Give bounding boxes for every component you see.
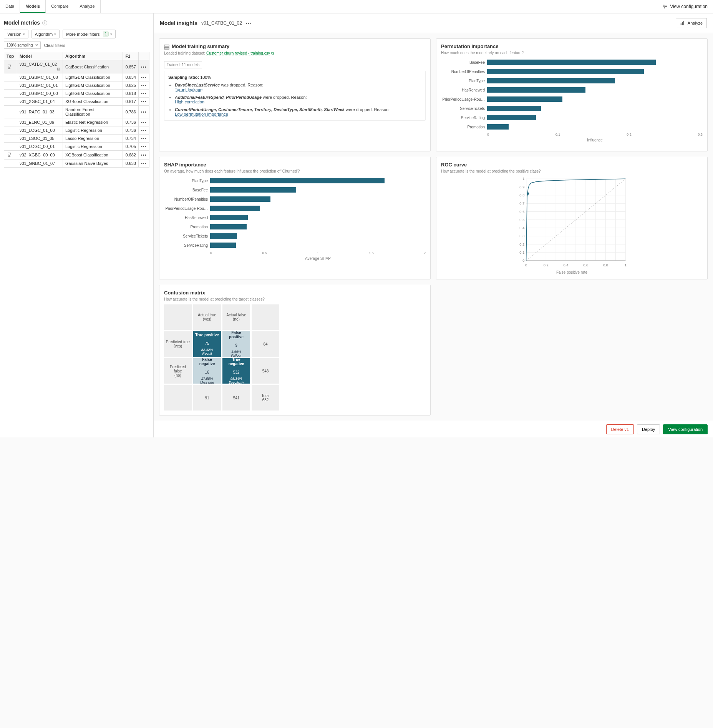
- version-filter[interactable]: Version▾: [4, 30, 28, 38]
- col-actions[interactable]: [139, 52, 149, 60]
- f1-cell: 0.834: [123, 73, 139, 81]
- cm-cell: True positive7582.42%Recall: [193, 331, 221, 357]
- reason-link[interactable]: Low permutation importance: [175, 112, 228, 116]
- svg-text:0.2: 0.2: [544, 263, 549, 267]
- cm-cell: 91: [193, 385, 221, 411]
- bar-label: BaseFee: [441, 60, 487, 65]
- svg-text:0.6: 0.6: [519, 209, 524, 214]
- svg-text:0.4: 0.4: [519, 226, 524, 230]
- bar-label: Promotion: [441, 125, 487, 129]
- table-row[interactable]: v01_LOGC_00_01Logistic Regression0.705••…: [4, 143, 149, 151]
- sparkle-icon: ✦: [168, 83, 172, 92]
- algo-cell: XGBoost Classification: [63, 151, 123, 160]
- bar-label: NumberOfPenalties: [441, 70, 487, 74]
- sampling-chip[interactable]: 100% sampling✕: [4, 42, 41, 49]
- row-more-icon[interactable]: •••: [141, 99, 147, 104]
- svg-text:0.9: 0.9: [519, 185, 524, 189]
- svg-point-1: [665, 6, 667, 7]
- view-configuration-label: View configuration: [670, 4, 708, 9]
- bar-fill: [210, 233, 237, 239]
- view-configuration-button[interactable]: View configuration: [663, 424, 708, 434]
- more-filters[interactable]: More model filters1▾: [63, 30, 116, 38]
- f1-cell: 0.818: [123, 90, 139, 98]
- tab-compare[interactable]: Compare: [46, 0, 74, 13]
- tab-models[interactable]: Models: [20, 0, 46, 13]
- cm-cell: Predicted false(no): [164, 358, 192, 384]
- confusion-matrix: Actual true(yes)Actual false(no)Predicte…: [164, 304, 426, 411]
- svg-text:0.2: 0.2: [519, 242, 524, 246]
- top-cell: [4, 143, 17, 151]
- delete-button[interactable]: Delete v1: [606, 424, 634, 434]
- more-icon[interactable]: •••: [246, 21, 252, 25]
- row-more-icon[interactable]: •••: [141, 91, 147, 96]
- model-cell: v01_RAFC_01_03: [17, 106, 63, 118]
- table-row[interactable]: v01_GNBC_01_07Gaussian Naive Bayes0.633•…: [4, 160, 149, 168]
- external-link-icon[interactable]: ⧉: [271, 51, 274, 55]
- algo-cell: LightGBM Classification: [63, 90, 123, 98]
- tab-analyze[interactable]: Analyze: [74, 0, 100, 13]
- row-more-icon[interactable]: •••: [141, 153, 147, 157]
- models-table: TopModelAlgorithmF1 v01_CATBC_01_02 ⊠Cat…: [4, 52, 149, 168]
- deploy-button[interactable]: Deploy: [637, 424, 660, 434]
- cm-cell: Total632: [252, 385, 279, 411]
- row-more-icon[interactable]: •••: [141, 144, 147, 149]
- table-row[interactable]: v01_LGBMC_01_01LightGBM Classification0.…: [4, 81, 149, 90]
- model-metrics-title: Model metrics: [4, 20, 40, 26]
- svg-text:0: 0: [522, 258, 524, 263]
- col-top[interactable]: Top: [4, 52, 17, 60]
- row-more-icon[interactable]: •••: [141, 110, 147, 114]
- analyze-button[interactable]: Analyze: [676, 18, 707, 28]
- row-more-icon[interactable]: •••: [141, 128, 147, 133]
- row-more-icon[interactable]: •••: [141, 65, 147, 69]
- algo-cell: LightGBM Classification: [63, 73, 123, 81]
- bar-fill: [210, 206, 260, 211]
- tab-data[interactable]: Data: [0, 0, 20, 13]
- training-details-box: Sampling ratio: 100% ✦DaysSinceLastServi…: [164, 71, 426, 121]
- close-icon[interactable]: ✕: [35, 43, 38, 47]
- table-row[interactable]: v01_LSOC_01_05Lasso Regression0.734•••: [4, 135, 149, 143]
- algorithm-filter[interactable]: Algorithm▾: [32, 30, 60, 38]
- algo-cell: Logistic Regression: [63, 126, 123, 135]
- table-row[interactable]: v01_LGBMC_01_08LightGBM Classification0.…: [4, 73, 149, 81]
- model-cell: v01_LSOC_01_05: [17, 135, 63, 143]
- pin-icon[interactable]: ⊠: [57, 66, 60, 71]
- svg-text:0.3: 0.3: [519, 234, 524, 238]
- row-more-icon[interactable]: •••: [141, 136, 147, 141]
- table-row[interactable]: v01_RAFC_01_03Random Forest Classificati…: [4, 106, 149, 118]
- svg-text:0.4: 0.4: [564, 263, 569, 267]
- svg-text:1: 1: [522, 176, 524, 181]
- bar-label: HasRenewed: [164, 216, 210, 220]
- table-row[interactable]: v01_ELNC_01_06Elastic Net Regression0.73…: [4, 118, 149, 126]
- footer-actions: Delete v1 Deploy View configuration: [154, 421, 713, 437]
- chevron-down-icon: ▾: [54, 32, 56, 36]
- table-row[interactable]: v01_CATBC_01_02 ⊠CatBoost Classification…: [4, 60, 149, 73]
- table-row[interactable]: v01_LGBMC_00_00LightGBM Classification0.…: [4, 90, 149, 98]
- col-algorithm[interactable]: Algorithm: [63, 52, 123, 60]
- top-cell: [4, 118, 17, 126]
- dataset-link[interactable]: Customer churn revised - training.csv: [206, 51, 270, 55]
- clear-filters[interactable]: Clear filters: [44, 43, 65, 48]
- row-more-icon[interactable]: •••: [141, 120, 147, 125]
- bar-label: PriorPeriodUsage-Rou…: [441, 97, 487, 101]
- table-row[interactable]: v02_XGBC_00_00XGBoost Classification0.68…: [4, 151, 149, 160]
- algo-cell: Lasso Regression: [63, 135, 123, 143]
- row-more-icon[interactable]: •••: [141, 75, 147, 80]
- table-row[interactable]: v01_LOGC_01_00Logistic Regression0.736••…: [4, 126, 149, 135]
- trophy-icon: [7, 64, 12, 68]
- view-configuration-link[interactable]: View configuration: [657, 0, 713, 13]
- cm-cell: 541: [222, 385, 250, 411]
- f1-cell: 0.786: [123, 106, 139, 118]
- info-icon[interactable]: i: [42, 20, 47, 25]
- row-more-icon[interactable]: •••: [141, 83, 147, 88]
- col-f1[interactable]: F1: [123, 52, 139, 60]
- cm-cell: Actual false(no): [222, 304, 250, 330]
- table-row[interactable]: v01_XGBC_01_04XGBoost Classification0.81…: [4, 98, 149, 106]
- col-model[interactable]: Model: [17, 52, 63, 60]
- top-cell: [4, 60, 17, 73]
- row-more-icon[interactable]: •••: [141, 161, 147, 166]
- permutation-chart: BaseFeeNumberOfPenaltiesPlanTypeHasRenew…: [441, 58, 703, 146]
- reason-link[interactable]: Target leakage: [175, 87, 202, 92]
- bar-fill: [210, 196, 270, 202]
- f1-cell: 0.633: [123, 160, 139, 168]
- reason-link[interactable]: High correlation: [175, 100, 204, 104]
